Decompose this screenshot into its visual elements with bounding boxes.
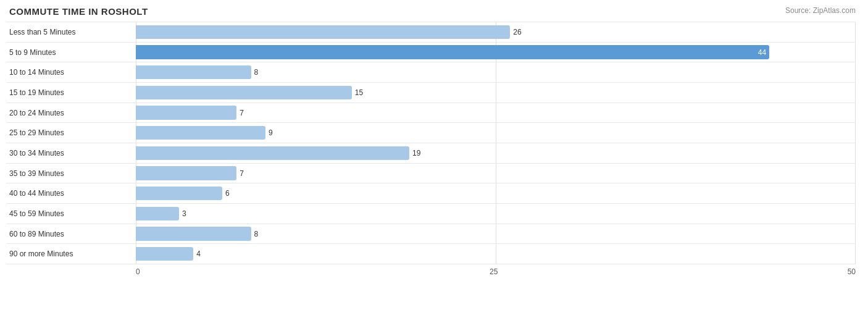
chart-area: Less than 5 Minutes265 to 9 Minutes4410 … [6,22,856,283]
bar-track: 3 [136,204,856,224]
bar-label: Less than 5 Minutes [6,28,136,36]
bar-value: 6 [225,189,230,198]
bar-row: 10 to 14 Minutes8 [6,62,856,82]
bar-fill [136,227,251,240]
bar-value: 26 [513,28,521,36]
bar-track: 7 [136,103,856,123]
bar-row: 5 to 9 Minutes44 [6,42,856,62]
bar-label: 40 to 44 Minutes [6,189,136,198]
bar-row: 30 to 34 Minutes19 [6,143,856,163]
bar-value: 3 [182,209,186,218]
bar-value: 8 [254,68,259,77]
chart-container: COMMUTE TIME IN ROSHOLT Source: ZipAtlas… [0,0,868,323]
bar-track: 26 [136,22,856,42]
bar-row: 60 to 89 Minutes8 [6,224,856,244]
bar-fill [136,146,409,160]
chart-title: COMMUTE TIME IN ROSHOLT [6,6,856,17]
bar-label: 20 to 24 Minutes [6,109,136,117]
bar-row: 35 to 39 Minutes7 [6,163,856,183]
source-label: Source: ZipAtlas.com [785,6,856,15]
bar-track: 7 [136,164,856,183]
bar-value: 15 [355,88,363,97]
bar-row: Less than 5 Minutes26 [6,22,856,42]
x-axis: 0 25 50 [136,264,856,283]
bar-value: 19 [412,149,420,157]
bar-row: 90 or more Minutes4 [6,243,856,264]
bar-row: 20 to 24 Minutes7 [6,103,856,123]
bar-label: 35 to 39 Minutes [6,169,136,178]
bar-label: 45 to 59 Minutes [6,209,136,218]
bar-row: 45 to 59 Minutes3 [6,203,856,224]
bar-fill [136,65,251,79]
bar-track: 6 [136,183,856,203]
bar-value: 7 [240,109,244,117]
bar-fill [136,166,236,180]
bar-label: 30 to 34 Minutes [6,149,136,157]
bar-track: 19 [136,143,856,163]
bar-label: 60 to 89 Minutes [6,230,136,238]
bar-track: 4 [136,244,856,264]
bar-label: 15 to 19 Minutes [6,88,136,97]
bar-fill [136,207,179,220]
x-axis-label-25: 25 [490,267,498,276]
bar-row: 40 to 44 Minutes6 [6,183,856,203]
bar-fill: 44 [136,45,769,59]
x-axis-labels: 0 25 50 [136,267,856,276]
bar-label: 5 to 9 Minutes [6,48,136,57]
bars-wrapper: Less than 5 Minutes265 to 9 Minutes4410 … [6,22,856,264]
bar-value: 8 [254,230,259,238]
bar-track: 9 [136,123,856,143]
bar-value: 4 [196,250,201,258]
bar-track: 8 [136,224,856,244]
bar-label: 25 to 29 Minutes [6,128,136,137]
bar-row: 15 to 19 Minutes15 [6,82,856,103]
bar-label: 10 to 14 Minutes [6,68,136,77]
bar-row: 25 to 29 Minutes9 [6,122,856,143]
bar-value: 44 [758,48,766,57]
bar-fill [136,25,510,39]
bar-track: 44 [136,43,856,62]
bar-fill [136,126,265,140]
bar-value: 9 [269,128,273,137]
bar-fill [136,247,193,261]
bar-value: 7 [240,169,244,178]
bar-fill [136,187,222,200]
bar-track: 15 [136,83,856,103]
x-axis-label-0: 0 [136,267,140,276]
bar-fill [136,106,236,119]
bar-fill [136,86,352,99]
x-axis-label-50: 50 [848,267,856,276]
bar-track: 8 [136,62,856,82]
bar-label: 90 or more Minutes [6,250,136,258]
